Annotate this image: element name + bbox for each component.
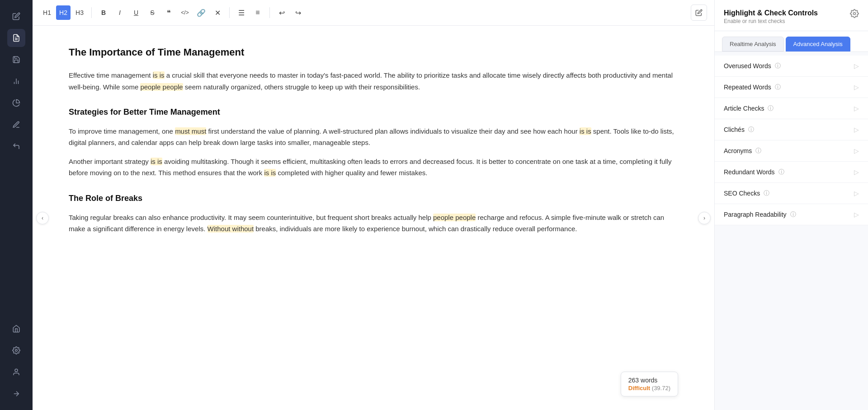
edit-mode-button[interactable] (691, 5, 707, 21)
seo-checks-arrow-icon: ▷ (854, 190, 859, 197)
redundant-words-item[interactable]: Redundant Words ⓘ ▷ (715, 162, 868, 183)
nav-arrow-right[interactable]: › (698, 212, 711, 224)
paragraph-2: To improve time management, one must mus… (69, 126, 678, 149)
sidebar-settings-icon[interactable] (7, 341, 25, 359)
article-checks-item[interactable]: Article Checks ⓘ ▷ (715, 98, 868, 119)
sidebar-hook-icon[interactable] (7, 137, 25, 155)
panel-header-text: Highlight & Check Controls Enable or run… (724, 9, 818, 24)
settings-gear-icon[interactable] (850, 9, 859, 20)
panel-header: Highlight & Check Controls Enable or run… (715, 0, 868, 31)
paragraph-3: Another important strategy is is avoidin… (69, 156, 678, 179)
cliches-item[interactable]: Clichés ⓘ ▷ (715, 119, 868, 140)
editor-content[interactable]: The Importance of Time Management Effect… (33, 26, 714, 410)
seo-checks-label: SEO Checks (724, 190, 760, 197)
repeated-words-info-icon[interactable]: ⓘ (775, 83, 781, 91)
repeated-words-item[interactable]: Repeated Words ⓘ ▷ (715, 77, 868, 98)
article-checks-label: Article Checks (724, 105, 764, 112)
realtime-analysis-tab[interactable]: Realtime Analysis (722, 37, 784, 51)
heading-strategies: Strategies for Better Time Management (69, 105, 678, 119)
toolbar: H1 H2 H3 B I U S ❝ </> 🔗 ✕ ☰ ≡ ↩ ↪ (33, 0, 714, 26)
panel-subtitle: Enable or run text checks (724, 18, 818, 24)
overused-words-label: Overused Words (724, 62, 771, 70)
sidebar-arrow-icon[interactable] (7, 385, 25, 403)
acronyms-item[interactable]: Acronyms ⓘ ▷ (715, 140, 868, 162)
article-checks-info-icon[interactable]: ⓘ (768, 104, 774, 112)
right-panel: Highlight & Check Controls Enable or run… (714, 0, 868, 410)
paragraph-4: Taking regular breaks can also enhance p… (69, 212, 678, 235)
article-checks-arrow-icon: ▷ (854, 105, 859, 112)
divider-3 (269, 7, 270, 18)
acronyms-label: Acronyms (724, 147, 752, 154)
strikethrough-button[interactable]: S (145, 5, 160, 20)
sidebar-user-icon[interactable] (7, 363, 25, 381)
acronyms-arrow-icon: ▷ (854, 147, 859, 154)
sidebar-home-icon[interactable] (7, 320, 25, 338)
seo-checks-info-icon[interactable]: ⓘ (764, 189, 769, 197)
sidebar-chart-icon[interactable] (7, 72, 25, 90)
main-area: H1 H2 H3 B I U S ❝ </> 🔗 ✕ ☰ ≡ ↩ ↪ ‹ The… (33, 0, 714, 410)
bullet-list-button[interactable]: ☰ (234, 5, 249, 20)
overused-words-arrow-icon: ▷ (854, 62, 859, 70)
undo-button[interactable]: ↩ (274, 5, 289, 20)
analysis-tabs: Realtime Analysis Advanced Analysis (715, 31, 868, 52)
h1-button[interactable]: H1 (40, 5, 54, 20)
h2-button[interactable]: H2 (56, 5, 71, 20)
paragraph-1: Effective time management is is a crucia… (69, 70, 678, 93)
quote-button[interactable]: ❝ (161, 5, 176, 20)
sidebar (0, 0, 33, 410)
word-count-text: 263 words (628, 377, 670, 384)
underline-button[interactable]: U (129, 5, 143, 20)
svg-point-6 (15, 369, 18, 372)
editor-wrapper: ‹ The Importance of Time Management Effe… (33, 26, 714, 410)
paragraph-readability-item[interactable]: Paragraph Readability ⓘ ▷ (715, 204, 868, 225)
remove-format-button[interactable]: ✕ (210, 5, 225, 20)
difficulty-text: Difficult (39.72) (628, 385, 670, 391)
sidebar-pie-icon[interactable] (7, 94, 25, 112)
difficulty-score: (39.72) (652, 385, 670, 391)
sidebar-document-icon[interactable] (7, 29, 25, 47)
advanced-analysis-tab[interactable]: Advanced Analysis (786, 37, 850, 51)
repeated-words-label: Repeated Words (724, 84, 771, 91)
word-count-badge: 263 words Difficult (39.72) (621, 372, 678, 396)
cliches-arrow-icon: ▷ (854, 126, 859, 133)
cliches-label: Clichés (724, 126, 745, 133)
italic-button[interactable]: I (113, 5, 127, 20)
h3-button[interactable]: H3 (72, 5, 87, 20)
panel-title: Highlight & Check Controls (724, 9, 818, 17)
ordered-list-button[interactable]: ≡ (250, 5, 265, 20)
paragraph-readability-label: Paragraph Readability (724, 211, 787, 218)
code-button[interactable]: </> (178, 5, 192, 20)
paragraph-readability-info-icon[interactable]: ⓘ (790, 210, 796, 219)
redundant-words-info-icon[interactable]: ⓘ (778, 168, 784, 176)
svg-point-8 (854, 13, 856, 15)
bold-button[interactable]: B (96, 5, 111, 20)
redo-button[interactable]: ↪ (291, 5, 305, 20)
link-button[interactable]: 🔗 (194, 5, 208, 20)
sidebar-edit-icon[interactable] (7, 7, 25, 25)
redundant-words-arrow-icon: ▷ (854, 168, 859, 176)
seo-checks-item[interactable]: SEO Checks ⓘ ▷ (715, 183, 868, 204)
sidebar-pencil-icon[interactable] (7, 116, 25, 134)
divider-2 (229, 7, 230, 18)
cliches-info-icon[interactable]: ⓘ (748, 126, 754, 134)
overused-words-info-icon[interactable]: ⓘ (775, 62, 781, 70)
overused-words-item[interactable]: Overused Words ⓘ ▷ (715, 56, 868, 77)
divider-1 (91, 7, 92, 18)
checks-list: Overused Words ⓘ ▷ Repeated Words ⓘ ▷ Ar… (715, 52, 868, 410)
nav-arrow-left[interactable]: ‹ (36, 212, 49, 224)
repeated-words-arrow-icon: ▷ (854, 84, 859, 91)
redundant-words-label: Redundant Words (724, 168, 775, 176)
acronyms-info-icon[interactable]: ⓘ (755, 147, 761, 155)
svg-point-5 (15, 349, 18, 352)
article-title: The Importance of Time Management (69, 44, 678, 61)
sidebar-save-icon[interactable] (7, 51, 25, 69)
paragraph-readability-arrow-icon: ▷ (854, 211, 859, 218)
difficulty-label: Difficult (628, 385, 650, 391)
heading-breaks: The Role of Breaks (69, 191, 678, 205)
